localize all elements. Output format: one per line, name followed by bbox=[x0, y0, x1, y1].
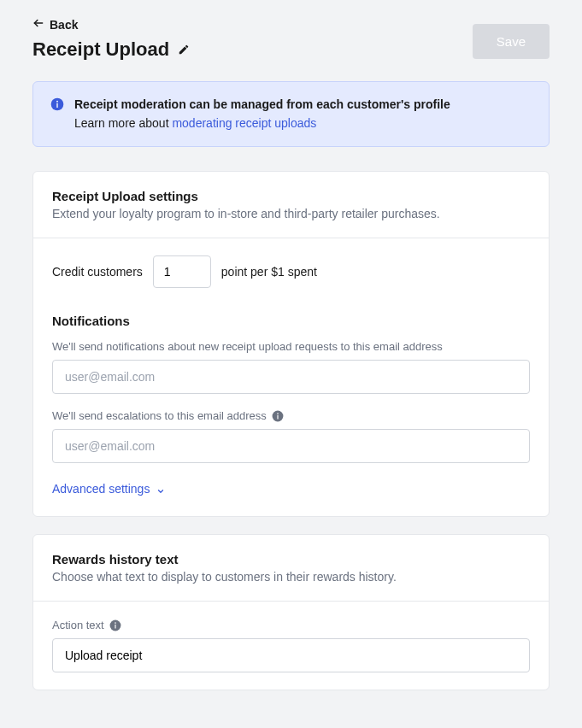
arrow-left-icon bbox=[32, 17, 44, 32]
svg-rect-2 bbox=[56, 103, 57, 108]
credit-prefix: Credit customers bbox=[52, 265, 143, 279]
advanced-label: Advanced settings bbox=[52, 482, 150, 496]
info-icon[interactable] bbox=[109, 619, 121, 631]
settings-title: Receipt Upload settings bbox=[52, 189, 530, 203]
action-text-input[interactable] bbox=[52, 638, 530, 672]
notification-email-label: We'll send notifications about new recei… bbox=[52, 340, 530, 353]
banner-line1: Receipt moderation can be managed from e… bbox=[74, 96, 450, 114]
save-button[interactable]: Save bbox=[473, 24, 550, 59]
page-title: Receipt Upload bbox=[32, 38, 169, 61]
rewards-title: Rewards history text bbox=[52, 552, 530, 567]
action-text-label: Action text bbox=[52, 619, 530, 631]
banner-line2-prefix: Learn more about bbox=[74, 116, 172, 130]
svg-point-9 bbox=[115, 622, 116, 624]
rewards-card: Rewards history text Choose what text to… bbox=[32, 534, 550, 690]
svg-rect-8 bbox=[115, 625, 115, 629]
svg-rect-5 bbox=[277, 415, 278, 420]
svg-point-3 bbox=[56, 101, 58, 103]
info-icon bbox=[50, 97, 64, 111]
back-label: Back bbox=[50, 18, 78, 32]
escalation-email-input[interactable] bbox=[52, 429, 530, 463]
notification-email-input[interactable] bbox=[52, 360, 530, 394]
notifications-heading: Notifications bbox=[52, 314, 530, 328]
points-input[interactable] bbox=[153, 255, 211, 288]
credit-suffix: point per $1 spent bbox=[221, 265, 317, 279]
settings-subtitle: Extend your loyalty program to in-store … bbox=[52, 207, 530, 220]
chevron-down-icon bbox=[156, 484, 165, 493]
svg-point-6 bbox=[277, 413, 279, 414]
back-link[interactable]: Back bbox=[32, 17, 190, 32]
info-icon[interactable] bbox=[272, 410, 284, 422]
rewards-subtitle: Choose what text to display to customers… bbox=[52, 570, 530, 584]
info-banner: Receipt moderation can be managed from e… bbox=[32, 81, 550, 147]
banner-link[interactable]: moderating receipt uploads bbox=[172, 116, 316, 130]
advanced-settings-toggle[interactable]: Advanced settings bbox=[52, 482, 530, 496]
pencil-icon[interactable] bbox=[178, 44, 190, 56]
escalation-email-label: We'll send escalations to this email add… bbox=[52, 409, 530, 422]
settings-card: Receipt Upload settings Extend your loya… bbox=[32, 171, 550, 517]
